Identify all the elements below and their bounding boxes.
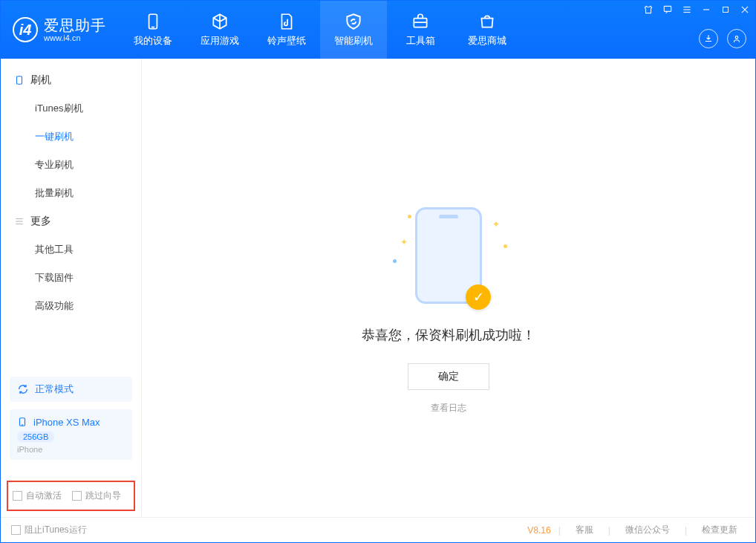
nav-ringtone-wallpaper[interactable]: 铃声壁纸 xyxy=(253,1,320,59)
footer-support-link[interactable]: 客服 xyxy=(568,524,601,536)
sidebar-item-itunes-flash[interactable]: iTunes刷机 xyxy=(1,94,141,123)
checkbox-label: 跳过向导 xyxy=(85,490,121,502)
mode-card[interactable]: 正常模式 xyxy=(10,377,132,402)
svg-point-11 xyxy=(735,36,738,39)
checkbox-label: 自动激活 xyxy=(26,490,62,502)
user-button[interactable] xyxy=(727,29,746,48)
ok-button[interactable]: 确定 xyxy=(408,363,489,390)
dot-decoration xyxy=(393,259,397,263)
nav-label: 工具箱 xyxy=(406,34,435,48)
device-icon xyxy=(143,12,163,31)
sidebar-group-more: 更多 xyxy=(1,207,141,235)
app-url: www.i4.cn xyxy=(44,33,106,42)
skip-guide-checkbox[interactable]: 跳过向导 xyxy=(72,490,121,502)
refresh-icon xyxy=(17,383,29,395)
minimize-icon[interactable] xyxy=(700,4,712,16)
sidebar-item-download-firmware[interactable]: 下载固件 xyxy=(1,264,141,292)
titlebar: i4 爱思助手 www.i4.cn 我的设备 应用游戏 铃声壁纸 智能刷机 xyxy=(1,1,755,59)
checkbox-icon xyxy=(13,491,22,501)
window-controls xyxy=(642,4,751,16)
phone-outline-icon xyxy=(14,74,25,87)
main-content: ✓ ✦ ✦ 恭喜您，保资料刷机成功啦！ 确定 查看日志 xyxy=(142,59,755,517)
footer: 阻止iTunes运行 V8.16 | 客服 | 微信公众号 | 检查更新 xyxy=(1,517,755,542)
phone-icon xyxy=(17,415,27,429)
nav-smart-flash[interactable]: 智能刷机 xyxy=(320,1,387,59)
app-name: 爱思助手 xyxy=(44,17,106,33)
sidebar-group-flash: 刷机 xyxy=(1,66,141,94)
footer-check-update-link[interactable]: 检查更新 xyxy=(694,524,745,536)
device-storage: 256GB xyxy=(17,432,54,442)
success-illustration: ✓ ✦ ✦ xyxy=(415,207,482,304)
dot-decoration xyxy=(504,244,507,248)
svg-rect-3 xyxy=(664,6,671,11)
list-icon xyxy=(14,216,25,227)
nav-my-device[interactable]: 我的设备 xyxy=(120,1,186,59)
main-nav: 我的设备 应用游戏 铃声壁纸 智能刷机 工具箱 爱思商城 xyxy=(120,1,521,59)
maximize-icon[interactable] xyxy=(720,4,731,16)
block-itunes-checkbox[interactable]: 阻止iTunes运行 xyxy=(11,524,87,536)
menu-icon[interactable] xyxy=(681,4,693,16)
sidebar-item-other-tools[interactable]: 其他工具 xyxy=(1,235,141,264)
nav-toolbox[interactable]: 工具箱 xyxy=(387,1,454,59)
nav-store[interactable]: 爱思商城 xyxy=(454,1,521,59)
logo-icon: i4 xyxy=(13,17,38,42)
sidebar-item-oneclick-flash[interactable]: 一键刷机 xyxy=(1,123,141,151)
store-icon xyxy=(478,12,497,31)
music-file-icon xyxy=(277,12,296,31)
success-message: 恭喜您，保资料刷机成功啦！ xyxy=(362,326,535,344)
cube-icon xyxy=(210,12,229,31)
refresh-shield-icon xyxy=(344,12,363,31)
flash-options-highlight: 自动激活 跳过向导 xyxy=(7,481,135,511)
close-icon[interactable] xyxy=(739,4,751,16)
sidebar-group-title: 更多 xyxy=(30,215,51,228)
mode-label: 正常模式 xyxy=(35,383,74,396)
nav-label: 智能刷机 xyxy=(334,34,373,48)
nav-label: 应用游戏 xyxy=(201,34,239,48)
nav-label: 爱思商城 xyxy=(468,34,506,48)
sidebar-item-advanced[interactable]: 高级功能 xyxy=(1,292,141,320)
app-logo: i4 爱思助手 www.i4.cn xyxy=(1,1,120,59)
sparkle-icon: ✦ xyxy=(400,237,408,247)
download-button[interactable] xyxy=(699,29,718,48)
nav-label: 铃声壁纸 xyxy=(267,34,306,48)
nav-apps-games[interactable]: 应用游戏 xyxy=(186,1,253,59)
body: 刷机 iTunes刷机 一键刷机 专业刷机 批量刷机 更多 其他工具 下载固件 … xyxy=(1,59,755,517)
auto-activate-checkbox[interactable]: 自动激活 xyxy=(13,490,62,502)
svg-rect-8 xyxy=(723,7,729,13)
sidebar: 刷机 iTunes刷机 一键刷机 专业刷机 批量刷机 更多 其他工具 下载固件 … xyxy=(1,59,142,517)
device-card[interactable]: iPhone XS Max 256GB iPhone xyxy=(10,409,132,460)
device-name: iPhone XS Max xyxy=(33,417,100,428)
checkmark-badge-icon: ✓ xyxy=(466,284,491,310)
sidebar-group-title: 刷机 xyxy=(30,74,51,87)
sidebar-item-pro-flash[interactable]: 专业刷机 xyxy=(1,151,141,179)
skin-icon[interactable] xyxy=(642,4,654,16)
dot-decoration xyxy=(408,215,411,218)
nav-label: 我的设备 xyxy=(134,34,172,48)
sidebar-item-batch-flash[interactable]: 批量刷机 xyxy=(1,179,141,207)
toolbox-icon xyxy=(411,12,430,31)
svg-rect-12 xyxy=(17,77,22,85)
checkbox-label: 阻止iTunes运行 xyxy=(25,524,87,536)
checkbox-icon xyxy=(72,491,82,501)
footer-wechat-link[interactable]: 微信公众号 xyxy=(618,524,677,536)
header-actions xyxy=(699,29,746,48)
feedback-icon[interactable] xyxy=(662,4,674,16)
version-label: V8.16 xyxy=(527,525,550,536)
app-window: i4 爱思助手 www.i4.cn 我的设备 应用游戏 铃声壁纸 智能刷机 xyxy=(0,0,756,543)
sparkle-icon: ✦ xyxy=(492,219,500,230)
checkbox-icon xyxy=(11,525,21,535)
device-type: iPhone xyxy=(17,445,125,454)
view-log-link[interactable]: 查看日志 xyxy=(431,402,466,414)
